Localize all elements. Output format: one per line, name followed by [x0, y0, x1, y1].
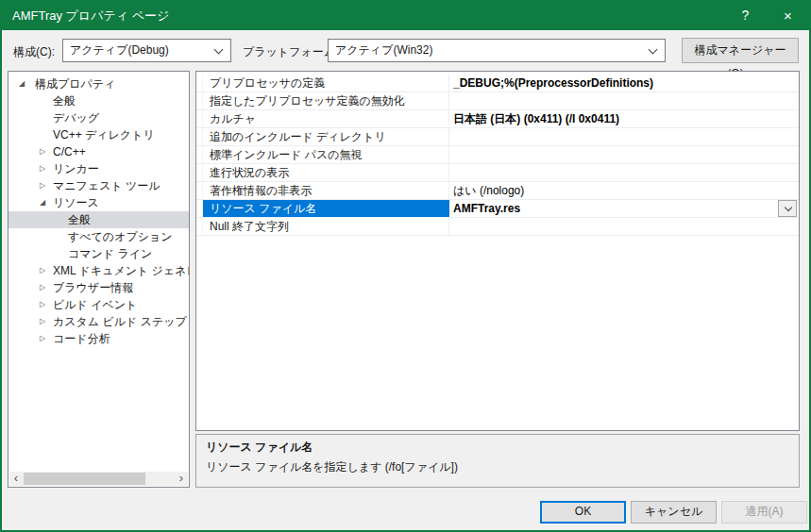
tree-collapse-icon[interactable]: ◢ [40, 194, 45, 211]
configuration-combobox[interactable]: アクティブ(Debug) [62, 39, 231, 62]
property-pages-dialog: AMFTray プロパティ ページ ? × 構成(C): アクティブ(Debug… [0, 0, 811, 532]
row-gutter [196, 200, 203, 217]
tree-expand-icon[interactable]: ▷ [40, 279, 45, 296]
scrollbar-thumb[interactable] [24, 473, 145, 485]
property-row-undefine-preprocessor-definitions[interactable]: 指定したプリプロセッサ定義の無効化 [196, 92, 799, 110]
platform-combobox-value: アクティブ(Win32) [335, 43, 432, 57]
tree-expand-icon[interactable]: ▷ [40, 330, 45, 347]
tree-item-general[interactable]: 全般 [8, 92, 189, 109]
tree-expand-icon[interactable]: ▷ [40, 160, 45, 177]
tree-item-label: デバッグ [53, 111, 99, 125]
row-gutter [196, 92, 203, 109]
tree-panel: ◢構成プロパティ全般デバッグVC++ ディレクトリ▷C/C++▷リンカー▷マニフ… [8, 71, 190, 488]
property-value[interactable] [449, 218, 799, 235]
property-name: 著作権情報の非表示 [203, 182, 449, 199]
scroll-left-icon[interactable]: ‹ [9, 472, 23, 486]
tree-item-label: C/C++ [53, 145, 86, 158]
config-tree: ◢構成プロパティ全般デバッグVC++ ディレクトリ▷C/C++▷リンカー▷マニフ… [8, 72, 189, 347]
tree-item-label: コード分析 [53, 332, 110, 345]
property-value[interactable]: はい (/nologo) [449, 182, 799, 199]
configuration-manager-button[interactable]: 構成マネージャー(O)... [682, 38, 799, 63]
property-row-show-progress[interactable]: 進行状況の表示 [196, 164, 799, 182]
ok-button[interactable]: OK [540, 501, 626, 524]
tree-item-label: マニフェスト ツール [53, 179, 161, 192]
tree-item-custom-build-step[interactable]: ▷カスタム ビルド ステップ [8, 313, 189, 330]
row-gutter [196, 164, 203, 181]
tree-expand-icon[interactable]: ▷ [40, 296, 45, 313]
tree-item-resources-general[interactable]: 全般 [8, 211, 189, 228]
tree-item-debugging[interactable]: デバッグ [8, 109, 189, 126]
value-dropdown-button[interactable] [778, 200, 797, 217]
property-name: 追加のインクルード ディレクトリ [203, 128, 449, 145]
cancel-button[interactable]: キャンセル [631, 501, 717, 524]
platform-combobox[interactable]: アクティブ(Win32) [328, 39, 666, 62]
property-row-additional-include-directories[interactable]: 追加のインクルード ディレクトリ [196, 128, 799, 146]
tree-item-manifest-tool[interactable]: ▷マニフェスト ツール [8, 177, 189, 194]
tree-item-label: 全般 [68, 213, 91, 226]
tree-item-build-events[interactable]: ▷ビルド イベント [8, 296, 189, 313]
property-value[interactable]: 日本語 (日本) (0x411) (/l 0x0411) [449, 110, 799, 127]
property-name: 標準インクルード パスの無視 [203, 146, 449, 163]
property-name: 進行状況の表示 [203, 164, 449, 181]
property-grid-rows: プリプロセッサの定義_DEBUG;%(PreprocessorDefinitio… [196, 72, 799, 236]
property-row-culture[interactable]: カルチャ日本語 (日本) (0x411) (/l 0x0411) [196, 110, 799, 128]
property-value[interactable] [449, 164, 799, 181]
property-value[interactable] [449, 128, 799, 145]
tree-collapse-icon[interactable]: ◢ [19, 75, 25, 92]
tree-expand-icon[interactable]: ▷ [40, 143, 45, 160]
tree-item-resources[interactable]: ◢リソース [8, 194, 189, 211]
tree-item-c-cpp[interactable]: ▷C/C++ [8, 143, 189, 160]
tree-horizontal-scrollbar[interactable]: ‹ › [9, 472, 188, 486]
tree-item-browse-information[interactable]: ▷ブラウザー情報 [8, 279, 189, 296]
row-gutter [196, 75, 203, 91]
description-body: リソース ファイル名を指定します (/fo[ファイル]) [206, 459, 789, 475]
property-row-preprocessor-definitions[interactable]: プリプロセッサの定義_DEBUG;%(PreprocessorDefinitio… [196, 75, 799, 92]
tree-item-command-line[interactable]: コマンド ライン [8, 245, 189, 262]
window-title: AMFTray プロパティ ページ [12, 2, 169, 30]
help-button[interactable]: ? [724, 2, 767, 30]
tree-expand-icon[interactable]: ▷ [40, 262, 45, 279]
tree-item-label: コマンド ライン [68, 247, 152, 260]
tree-item-label: 全般 [53, 94, 76, 108]
tree-item-label: XML ドキュメント ジェネレーター [53, 264, 189, 277]
tree-item-configuration-properties[interactable]: ◢構成プロパティ [8, 75, 189, 92]
row-gutter [196, 182, 203, 199]
configuration-combobox-value: アクティブ(Debug) [70, 43, 169, 57]
title-bar: AMFTray プロパティ ページ ? × [2, 2, 809, 30]
property-row-resource-file-name[interactable]: リソース ファイル名AMFTray.res [196, 200, 799, 218]
row-gutter [196, 110, 203, 127]
tree-item-label: すべてのオプション [68, 230, 173, 243]
tree-item-label: リソース [53, 196, 99, 209]
property-row-null-terminate-strings[interactable]: Null 終了文字列 [196, 218, 799, 236]
property-value[interactable] [449, 146, 799, 163]
tree-expand-icon[interactable]: ▷ [40, 177, 45, 194]
tree-item-linker[interactable]: ▷リンカー [8, 160, 189, 177]
property-row-ignore-standard-include-path[interactable]: 標準インクルード パスの無視 [196, 146, 799, 164]
tree-item-label: VC++ ディレクトリ [53, 128, 155, 141]
property-value[interactable]: _DEBUG;%(PreprocessorDefinitions) [449, 75, 799, 91]
tree-item-label: 構成プロパティ [35, 77, 115, 91]
tree-item-xml-document-generator[interactable]: ▷XML ドキュメント ジェネレーター [8, 262, 189, 279]
property-row-suppress-startup-banner[interactable]: 著作権情報の非表示はい (/nologo) [196, 182, 799, 200]
property-value[interactable]: AMFTray.res [449, 200, 799, 217]
tree-item-vcpp-directories[interactable]: VC++ ディレクトリ [8, 126, 189, 143]
description-title: リソース ファイル名 [206, 440, 789, 456]
close-button[interactable]: × [767, 2, 809, 30]
tree-item-label: カスタム ビルド ステップ [53, 315, 187, 328]
property-name: 指定したプリプロセッサ定義の無効化 [203, 92, 449, 109]
tree-item-label: リンカー [53, 162, 99, 175]
property-value[interactable] [449, 92, 799, 109]
chevron-down-icon [214, 45, 224, 55]
tree-item-label: ブラウザー情報 [53, 281, 133, 294]
tree-item-code-analysis[interactable]: ▷コード分析 [8, 330, 189, 347]
chevron-down-icon [785, 204, 792, 211]
property-name: Null 終了文字列 [203, 218, 449, 235]
tree-item-all-options[interactable]: すべてのオプション [8, 228, 189, 245]
chevron-down-icon [649, 45, 658, 55]
property-description-panel: リソース ファイル名 リソース ファイル名を指定します (/fo[ファイル]) [195, 434, 800, 488]
row-gutter [196, 128, 203, 145]
tree-expand-icon[interactable]: ▷ [40, 313, 45, 330]
row-gutter [196, 146, 203, 163]
tree-item-label: ビルド イベント [53, 298, 137, 311]
scroll-right-icon[interactable]: › [175, 472, 188, 486]
